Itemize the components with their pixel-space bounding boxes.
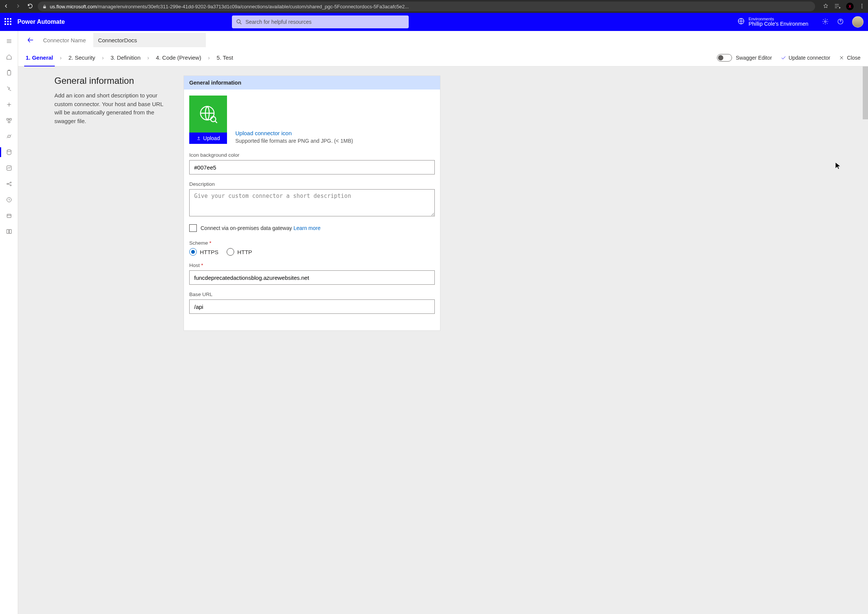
svg-rect-11 — [8, 121, 10, 123]
svg-point-17 — [10, 185, 11, 186]
left-nav-rail — [0, 31, 18, 614]
section-intro: General information Add an icon and shor… — [54, 76, 171, 331]
step-test[interactable]: 5. Test — [211, 49, 238, 67]
rail-process-advisor-icon[interactable] — [0, 192, 18, 208]
icon-bg-color-label: Icon background color — [189, 152, 435, 158]
scheme-label: Scheme * — [189, 240, 435, 246]
swagger-editor-label: Swagger Editor — [736, 55, 772, 61]
browser-forward-icon[interactable] — [15, 3, 21, 10]
svg-rect-9 — [7, 119, 9, 121]
svg-rect-0 — [43, 6, 46, 8]
app-title: Power Automate — [17, 19, 65, 25]
app-launcher-icon[interactable] — [5, 18, 12, 26]
host-input[interactable] — [189, 270, 435, 285]
description-label: Description — [189, 181, 435, 187]
rail-create-icon[interactable] — [0, 97, 18, 113]
browser-back-icon[interactable] — [3, 3, 9, 10]
bookmark-star-icon[interactable] — [823, 3, 829, 10]
rail-home-icon[interactable] — [0, 49, 18, 65]
connector-name-input[interactable] — [93, 33, 206, 47]
base-url-input[interactable] — [189, 299, 435, 314]
svg-rect-8 — [7, 71, 11, 75]
svg-rect-19 — [7, 214, 11, 217]
chevron-right-icon: › — [101, 55, 106, 61]
back-button[interactable] — [22, 31, 39, 49]
rail-learn-icon[interactable] — [0, 223, 18, 239]
rail-action-items-icon[interactable] — [0, 65, 18, 81]
rail-templates-icon[interactable] — [0, 113, 18, 129]
rail-solutions-icon[interactable] — [0, 208, 18, 223]
host-label: Host * — [189, 262, 435, 268]
globe-search-icon — [198, 104, 218, 124]
svg-rect-10 — [9, 119, 11, 121]
search-input[interactable] — [232, 16, 409, 28]
environment-icon — [737, 17, 745, 26]
general-info-panel: General information — [183, 76, 440, 331]
connector-name-label: Connector Name — [43, 37, 86, 43]
connector-name-row: Connector Name — [18, 31, 868, 49]
help-icon[interactable] — [837, 18, 844, 26]
svg-rect-12 — [8, 135, 10, 138]
svg-point-15 — [7, 183, 8, 185]
app-header: Power Automate Environments Phillip Cole… — [0, 13, 868, 31]
section-title: General information — [54, 76, 171, 86]
step-code[interactable]: 4. Code (Preview) — [151, 49, 207, 67]
url-bar[interactable]: us.flow.microsoft.com/manage/environment… — [38, 2, 815, 11]
playlist-icon[interactable] — [834, 3, 841, 11]
mouse-cursor-icon — [835, 161, 842, 170]
rail-ai-builder-icon[interactable] — [0, 176, 18, 192]
description-input[interactable] — [189, 189, 435, 216]
browser-chrome: us.flow.microsoft.com/manage/environment… — [0, 0, 868, 13]
step-security[interactable]: 2. Security — [63, 49, 101, 67]
svg-point-4 — [237, 20, 240, 23]
gateway-learn-more-link[interactable]: Learn more — [293, 225, 321, 231]
svg-point-13 — [7, 150, 11, 152]
chevron-right-icon: › — [207, 55, 211, 61]
environment-label: Environments — [748, 17, 808, 21]
close-label: Close — [847, 55, 860, 61]
update-connector-label: Update connector — [789, 55, 831, 61]
gateway-label: Connect via on-premises data gateway Lea… — [200, 225, 321, 231]
url-text: us.flow.microsoft.com/manage/environment… — [50, 4, 409, 9]
svg-point-6 — [825, 20, 826, 22]
search-icon — [236, 19, 242, 26]
close-button[interactable]: Close — [838, 55, 860, 61]
icon-bg-color-input[interactable] — [189, 160, 435, 174]
scrollbar-thumb[interactable] — [863, 67, 868, 119]
scheme-http-radio[interactable]: HTTP — [227, 248, 252, 256]
browser-reload-icon[interactable] — [27, 3, 33, 10]
main-content: General information Add an icon and shor… — [18, 67, 868, 614]
environment-name: Phillip Cole's Environmen — [748, 21, 808, 27]
extension-badge-icon[interactable]: X — [846, 3, 854, 10]
rail-monitor-icon[interactable] — [0, 160, 18, 176]
close-icon — [838, 55, 845, 61]
step-definition[interactable]: 3. Definition — [106, 49, 146, 67]
step-general[interactable]: 1. General — [20, 49, 59, 67]
svg-point-2 — [862, 5, 862, 6]
upload-icon-link[interactable]: Upload connector icon — [235, 130, 353, 136]
scheme-https-radio[interactable]: HTTPS — [189, 248, 218, 256]
chevron-right-icon: › — [59, 55, 64, 61]
user-avatar[interactable] — [852, 16, 863, 28]
svg-point-3 — [862, 7, 862, 8]
swagger-editor-toggle[interactable] — [717, 54, 732, 62]
rail-data-icon[interactable] — [0, 144, 18, 160]
section-description: Add an icon and short description to you… — [54, 91, 171, 126]
update-connector-button[interactable]: Update connector — [780, 55, 831, 61]
upload-label: Upload — [203, 135, 220, 141]
settings-icon[interactable] — [822, 18, 829, 26]
connector-icon-preview — [189, 96, 227, 133]
gateway-checkbox[interactable] — [189, 224, 197, 232]
wizard-steps-row: 1. General › 2. Security › 3. Definition… — [18, 49, 868, 67]
base-url-label: Base URL — [189, 291, 435, 297]
browser-menu-icon[interactable] — [859, 3, 865, 10]
checkmark-icon — [780, 55, 786, 61]
chevron-right-icon: › — [146, 55, 151, 61]
upload-icon-button[interactable]: Upload — [189, 133, 227, 144]
rail-hamburger-icon[interactable] — [0, 33, 18, 49]
upload-icon — [196, 136, 201, 141]
svg-point-1 — [862, 4, 862, 5]
rail-flows-icon[interactable] — [0, 81, 18, 97]
environment-picker[interactable]: Environments Phillip Cole's Environmen — [748, 17, 808, 27]
rail-connectors-icon[interactable] — [0, 129, 18, 144]
